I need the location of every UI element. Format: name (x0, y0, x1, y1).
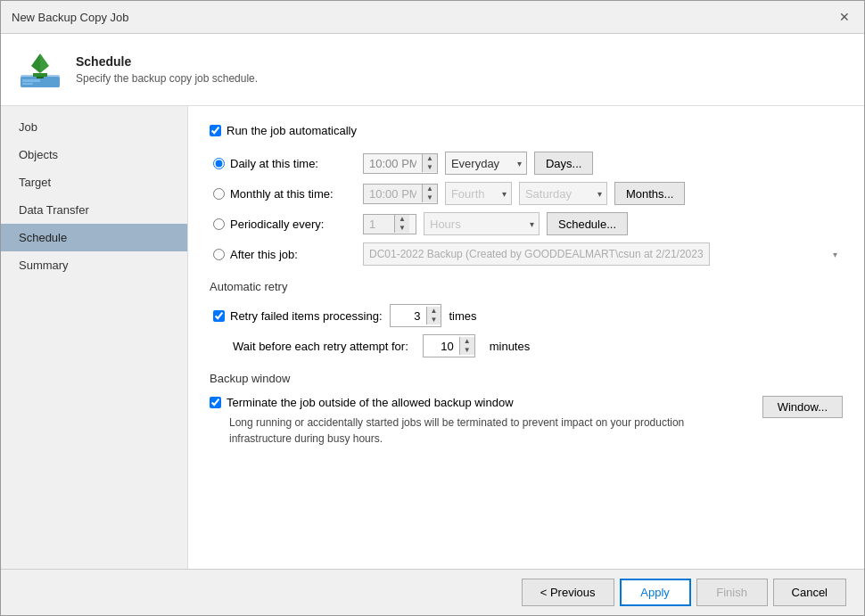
run-automatically-label[interactable]: Run the job automatically (210, 124, 357, 137)
daily-time-field[interactable] (364, 154, 422, 173)
sidebar-item-schedule[interactable]: Schedule (1, 224, 187, 251)
header-title: Schedule (76, 54, 258, 69)
close-button[interactable]: ✕ (836, 8, 853, 26)
schedule-icon (19, 48, 62, 91)
window-button[interactable]: Window... (762, 396, 843, 418)
sidebar-item-objects[interactable]: Objects (1, 141, 187, 168)
daily-time-spinner: ▲ ▼ (422, 154, 437, 172)
svg-rect-7 (22, 83, 33, 85)
monthly-radio[interactable] (213, 188, 225, 200)
retry-count-spinner: ▲ ▼ (426, 307, 441, 324)
content-area: Job Objects Target Data Transfer Schedul… (1, 106, 864, 569)
finish-button[interactable]: Finish (696, 579, 768, 606)
after-job-select[interactable]: DC01-2022 Backup (Created by GOODDEALMAR… (363, 242, 710, 266)
retry-count-field[interactable] (391, 308, 426, 324)
retry-unit-label: times (449, 309, 476, 323)
retry-count-up[interactable]: ▲ (427, 307, 441, 316)
apply-button[interactable]: Apply (620, 579, 691, 606)
periodically-down[interactable]: ▼ (395, 224, 409, 233)
sidebar: Job Objects Target Data Transfer Schedul… (1, 106, 188, 569)
backup-window-divider: Backup window (210, 372, 843, 385)
wait-label: Wait before each retry attempt for: (233, 340, 408, 353)
daily-dropdown-wrapper: Everyday Weekdays Weekends (445, 152, 527, 175)
header-subtitle: Specify the backup copy job schedule. (76, 72, 258, 85)
retry-section: Retry failed items processing: ▲ ▼ times… (213, 304, 843, 357)
terminate-checkbox[interactable] (210, 397, 221, 408)
retry-label[interactable]: Retry failed items processing: (213, 309, 383, 323)
retry-row: Retry failed items processing: ▲ ▼ times (213, 304, 843, 327)
wait-row: Wait before each retry attempt for: ▲ ▼ … (233, 334, 843, 357)
run-automatically-checkbox[interactable] (210, 125, 221, 136)
periodically-radio[interactable] (213, 218, 225, 230)
retry-checkbox[interactable] (213, 310, 225, 322)
wait-unit-label: minutes (490, 340, 531, 353)
periodically-value-input: ▲ ▼ (363, 214, 416, 234)
daily-time-down[interactable]: ▼ (423, 163, 437, 172)
daily-radio-label[interactable]: Daily at this time: (213, 157, 356, 170)
monthly-time-up[interactable]: ▲ (423, 185, 437, 193)
main-content: Run the job automatically Daily at this … (188, 106, 864, 569)
wait-up[interactable]: ▲ (460, 337, 474, 346)
svg-marker-2 (40, 53, 49, 73)
svg-marker-3 (31, 53, 40, 73)
sidebar-item-target[interactable]: Target (1, 168, 187, 196)
header-area: Schedule Specify the backup copy job sch… (1, 34, 864, 106)
periodically-row: Periodically every: ▲ ▼ Minutes Hours (213, 212, 843, 235)
backup-window-section: Backup window Terminate the job outside … (210, 372, 843, 447)
after-job-row: After this job: DC01-2022 Backup (Create… (213, 242, 843, 266)
periodically-up[interactable]: ▲ (395, 215, 409, 224)
automatic-retry-divider: Automatic retry (210, 280, 843, 293)
monthly-row: Monthly at this time: ▲ ▼ First Second (213, 182, 843, 205)
new-backup-copy-job-dialog: New Backup Copy Job ✕ Schedule Specify t… (0, 0, 865, 616)
months-button[interactable]: Months... (614, 182, 685, 205)
svg-rect-5 (37, 77, 44, 78)
monthly-day-wrapper: First Second Third Fourth Last (445, 182, 512, 205)
after-job-wrapper: DC01-2022 Backup (Created by GOODDEALMAR… (363, 242, 843, 266)
terminate-section: Terminate the job outside of the allowed… (210, 396, 748, 447)
window-description: Long running or accidentally started job… (229, 415, 748, 447)
after-job-radio-label[interactable]: After this job: (213, 248, 356, 261)
wait-value-field[interactable] (424, 338, 459, 355)
periodically-radio-label[interactable]: Periodically every: (213, 218, 356, 231)
periodically-unit-wrapper: Minutes Hours (424, 212, 540, 235)
sidebar-item-summary[interactable]: Summary (1, 251, 187, 279)
dialog-title: New Backup Copy Job (12, 11, 129, 24)
sidebar-item-data-transfer[interactable]: Data Transfer (1, 196, 187, 224)
title-bar: New Backup Copy Job ✕ (1, 1, 864, 34)
run-automatically-section: Run the job automatically (210, 124, 843, 137)
schedule-options: Daily at this time: ▲ ▼ Everyday Weekday… (213, 152, 843, 266)
daily-time-up[interactable]: ▲ (423, 154, 437, 163)
daily-row: Daily at this time: ▲ ▼ Everyday Weekday… (213, 152, 843, 175)
daily-frequency-select[interactable]: Everyday Weekdays Weekends (445, 152, 527, 175)
monthly-time-spinner: ▲ ▼ (422, 185, 437, 202)
terminate-label[interactable]: Terminate the job outside of the allowed… (210, 396, 748, 409)
wait-spinner: ▲ ▼ (459, 337, 474, 355)
svg-rect-6 (22, 79, 40, 82)
retry-count-down[interactable]: ▼ (427, 316, 441, 324)
window-header: Terminate the job outside of the allowed… (210, 396, 843, 447)
periodically-spinner: ▲ ▼ (394, 215, 409, 233)
monthly-radio-label[interactable]: Monthly at this time: (213, 187, 356, 201)
monthly-day-select[interactable]: First Second Third Fourth Last (445, 182, 512, 205)
monthly-time-input: ▲ ▼ (363, 184, 438, 204)
monthly-weekday-select[interactable]: Monday Tuesday Wednesday Thursday Friday… (519, 182, 607, 205)
monthly-weekday-wrapper: Monday Tuesday Wednesday Thursday Friday… (519, 182, 607, 205)
wait-down[interactable]: ▼ (460, 346, 474, 355)
days-button[interactable]: Days... (534, 152, 593, 175)
svg-rect-4 (33, 73, 47, 77)
retry-count-input: ▲ ▼ (390, 304, 442, 327)
daily-radio[interactable] (213, 158, 225, 169)
periodically-unit-select[interactable]: Minutes Hours (424, 212, 540, 235)
sidebar-item-job[interactable]: Job (1, 113, 187, 141)
monthly-time-down[interactable]: ▼ (423, 193, 437, 202)
periodically-value-field[interactable] (364, 215, 394, 234)
monthly-time-field[interactable] (364, 185, 422, 203)
previous-button[interactable]: < Previous (522, 579, 614, 606)
wait-value-input: ▲ ▼ (423, 334, 475, 357)
after-job-radio[interactable] (213, 249, 225, 260)
header-text: Schedule Specify the backup copy job sch… (76, 54, 258, 85)
schedule-button[interactable]: Schedule... (547, 212, 628, 235)
cancel-button[interactable]: Cancel (773, 579, 846, 606)
footer: < Previous Apply Finish Cancel (1, 569, 864, 615)
daily-time-input: ▲ ▼ (363, 153, 438, 174)
